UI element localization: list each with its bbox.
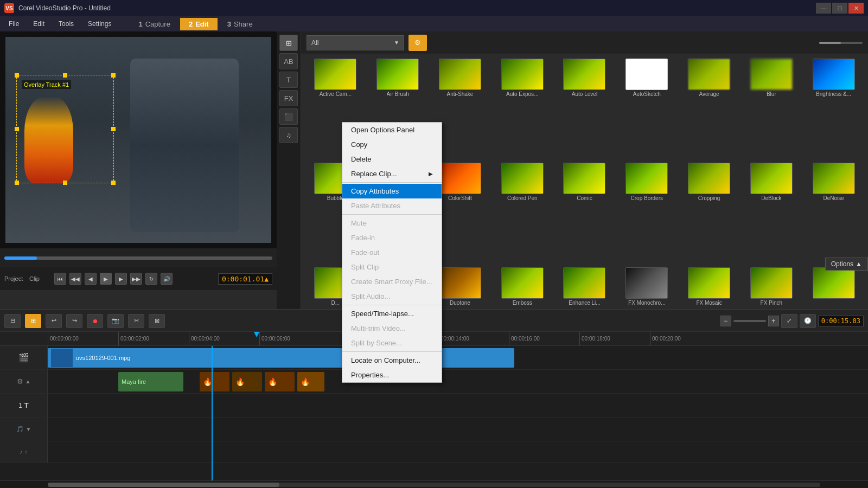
timeline-undo-btn[interactable]: ↩ [46,314,62,328]
clip-main-video[interactable]: uvs120129-001.mpg [48,348,514,368]
step-tabs: 1 Capture 2 Edit 3 Share [130,18,261,30]
timeline-multitrack-btn[interactable]: ⊠ [149,314,165,328]
scrub-bar[interactable] [4,256,272,260]
ctx-locate-computer[interactable]: Locate on Computer... [342,353,442,368]
options-arrow-icon: ▲ [856,260,862,268]
timeline-media-btn[interactable]: ⊟ [4,314,21,328]
effect-brightness[interactable]: Brightness &... [803,59,864,160]
overlay-handle-tl [15,73,19,78]
effect-auto-level[interactable]: Auto Level [554,59,615,160]
zoom-in-btn[interactable]: + [768,316,779,326]
overlay-track-label: Overlay Track #1 [22,80,71,89]
clip-fire-1[interactable]: 🔥 [200,372,229,391]
ctx-properties[interactable]: Properties... [342,368,442,382]
menu-file[interactable]: File [2,18,25,30]
track-expand-icon: ▲ [25,378,31,384]
dropdown-arrow-icon: ▼ [394,40,399,46]
fire-icon-3: 🔥 [268,377,277,386]
timecode-display: 0:00:01.01▲ [218,273,272,285]
zoom-slider[interactable] [733,320,766,322]
effect-denoise[interactable]: DeNoise [803,163,864,265]
ctx-replace-clip[interactable]: Replace Clip... [342,166,442,181]
zoom-out-btn[interactable]: − [720,316,731,326]
effect-thumb-deblock [750,163,793,194]
step-edit[interactable]: 2 Edit [180,18,218,30]
effects-options-btn[interactable]: ⚙ [409,35,427,51]
effect-average[interactable]: Average [679,59,739,160]
go-start-button[interactable]: ⏮ [54,273,66,285]
tool-transitions[interactable]: ⬛ [279,108,298,125]
minimize-button[interactable]: — [816,3,831,14]
effect-thumb-air-brush [376,59,419,90]
effect-thumb-fx-monochro [626,267,668,299]
loop-button[interactable]: ↻ [145,273,157,285]
menu-settings[interactable]: Settings [81,18,118,30]
options-panel-btn[interactable]: Options ▲ [825,258,868,271]
menu-edit[interactable]: Edit [27,18,51,30]
next-frame-button[interactable]: ▶ [115,273,127,285]
ctx-multi-trim: Multi-trim Video... [342,321,442,336]
clip-fire-4[interactable]: 🔥 [297,372,324,391]
effect-auto-expos[interactable]: Auto Expos... [492,59,552,160]
prev-frame-button[interactable]: ◀ [85,273,97,285]
track-label-title: 1 T [0,394,48,417]
track-icon-audio1: 🎵 [16,426,24,433]
effects-filter-dropdown[interactable]: All ▼ [307,35,404,50]
overlay-frame [16,75,114,183]
timecode-format-btn[interactable]: 🕐 [800,314,816,328]
ctx-split-audio: Split Audio... [342,289,442,304]
ctx-open-options[interactable]: Open Options Panel [342,123,442,137]
tool-effects[interactable]: FX [279,90,298,106]
track-row-audio1: 🎵 ▼ [0,418,868,441]
close-button[interactable]: ✕ [848,3,864,14]
play-button[interactable]: ▶ [100,273,112,285]
ruler-mark-18: 00:00:18:00 [579,332,610,345]
zoom-controls [819,42,863,44]
clip-fire-3[interactable]: 🔥 [265,372,295,391]
tool-text[interactable]: AB [279,53,298,69]
timeline-storyboard-btn[interactable]: ⊞ [25,314,41,328]
scrollbar-track [48,483,820,487]
step-forward-button[interactable]: ▶▶ [130,273,142,285]
effect-crop-borders[interactable]: Crop Borders [617,163,677,265]
ctx-copy[interactable]: Copy [342,137,442,152]
step-back-button[interactable]: ◀◀ [69,273,81,285]
effect-blur[interactable]: Blur [741,59,801,160]
step-share[interactable]: 3 Share [219,18,261,30]
ruler-mark-14: 00:00:14:00 [438,332,469,345]
tool-media[interactable]: ⊞ [279,35,298,51]
ctx-copy-attributes[interactable]: Copy Attributes [342,184,442,198]
ctx-sep-3 [342,305,442,305]
timeline-snapshot-btn[interactable]: 📷 [107,314,124,328]
effect-thumb-cropping [688,163,730,194]
ctx-delete[interactable]: Delete [342,152,442,166]
effect-deblock[interactable]: DeBlock [741,163,801,265]
scrollbar-thumb[interactable] [48,483,279,487]
volume-button[interactable]: 🔊 [161,273,173,285]
playhead-marker [254,332,259,346]
timeline-record-btn[interactable]: ⏺ [87,314,103,328]
ctx-speed-timelapse[interactable]: Speed/Time-lapse... [342,306,442,321]
step-capture[interactable]: 1 Capture [130,18,178,30]
timeline-redo-btn[interactable]: ↪ [66,314,82,328]
clip-overlay-maya[interactable]: Maya fire [118,372,183,391]
menu-tools[interactable]: Tools [52,18,80,30]
track-icon-audio2: ♪ [20,449,23,455]
tool-audio[interactable]: ♫ [279,127,298,143]
timeline-scrollbar[interactable] [0,480,868,488]
effect-cropping[interactable]: Cropping [679,163,739,265]
maximize-button[interactable]: □ [832,3,847,14]
effect-comic[interactable]: Comic [554,163,615,265]
app-icon: VS [4,3,14,13]
effect-colored-pen[interactable]: Colored Pen [492,163,552,265]
timeline-split-btn[interactable]: ✂ [128,314,144,328]
fit-timeline-btn[interactable]: ⤢ [781,314,797,328]
ctx-sep-4 [342,351,442,352]
effect-autosketch[interactable]: AutoSketch [617,59,677,160]
tool-title[interactable]: T [279,72,298,88]
ctx-mute: Mute [342,216,442,230]
playhead [212,346,213,480]
clip-fire-2[interactable]: 🔥 [232,372,262,391]
zoom-slider-track[interactable] [819,42,863,44]
preview-area: Overlay Track #1 [0,31,277,248]
